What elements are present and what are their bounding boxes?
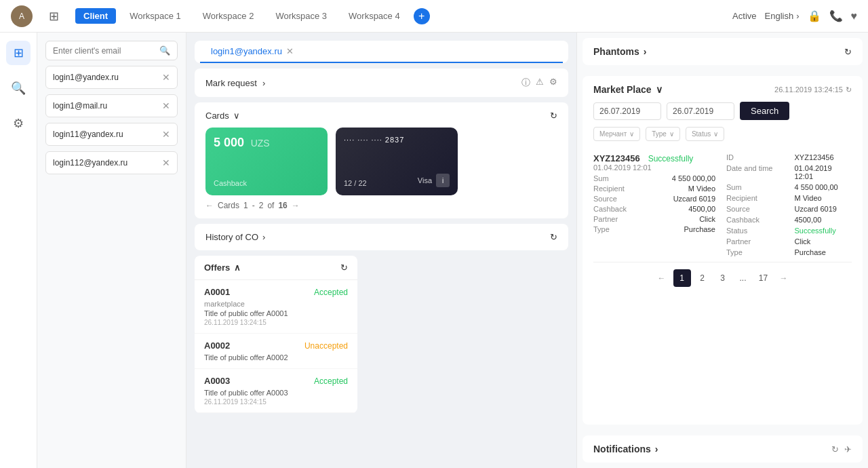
client-email: login1@mail.ru bbox=[53, 101, 107, 111]
phone-icon[interactable]: 📞 bbox=[829, 9, 843, 22]
refresh-icon[interactable]: ↻ bbox=[846, 85, 852, 94]
offer-source: marketplace bbox=[204, 300, 348, 308]
page-2-button[interactable]: 2 bbox=[694, 269, 711, 287]
lock-icon[interactable]: 🔒 bbox=[808, 9, 821, 22]
history-row: History of CO › ↻ bbox=[205, 232, 557, 242]
warning-icon[interactable]: ⚠ bbox=[536, 77, 544, 89]
detail-partner: Click bbox=[795, 237, 852, 246]
list-item[interactable]: login1@yandex.ru ✕ bbox=[45, 66, 178, 89]
date-from-input[interactable] bbox=[593, 102, 661, 120]
offer-date: 26.11.2019 13:24:15 bbox=[204, 398, 348, 406]
refresh-icon[interactable]: ↻ bbox=[550, 111, 557, 121]
offer-id: A0002 bbox=[204, 340, 230, 351]
sidebar-item-settings[interactable]: ⚙ bbox=[6, 111, 31, 136]
offer-item[interactable]: A0003 Accepted Title of public offer A00… bbox=[195, 369, 357, 413]
merchant-filter[interactable]: Мерчант ∨ bbox=[593, 127, 640, 141]
mark-request-button[interactable]: Mark request › bbox=[205, 78, 265, 88]
refresh-icon[interactable]: ↻ bbox=[844, 47, 852, 57]
close-icon[interactable]: ✕ bbox=[286, 46, 294, 56]
offer-item[interactable]: A0001 Accepted marketplace Title of publ… bbox=[195, 280, 357, 334]
chevron-down-icon: ∨ bbox=[233, 111, 240, 121]
refresh-icon[interactable]: ↻ bbox=[831, 444, 839, 454]
chevron-down-icon: ∨ bbox=[669, 130, 674, 138]
close-icon[interactable]: ✕ bbox=[162, 129, 170, 140]
card-visa[interactable]: ···· ···· ···· 2837 12 / 22 Visa i bbox=[336, 128, 458, 195]
phantoms-title[interactable]: Phantoms › bbox=[593, 46, 646, 57]
search-button[interactable]: Search bbox=[740, 102, 789, 120]
status-filter[interactable]: Status ∨ bbox=[686, 127, 724, 141]
language-selector[interactable]: English › bbox=[765, 11, 800, 21]
close-icon[interactable]: ✕ bbox=[162, 72, 170, 83]
send-icon[interactable]: ✈ bbox=[844, 444, 852, 454]
phantoms-header: Phantoms › ↻ bbox=[593, 46, 852, 57]
marketplace-date: 26.11.2019 13:24:15 ↻ bbox=[774, 85, 852, 94]
tab-workspace3[interactable]: Workspace 3 bbox=[267, 8, 335, 24]
sidebar-item-search[interactable]: 🔍 bbox=[6, 76, 31, 100]
content-area: login1@yandex.ru ✕ Mark request › ⓘ ⚠ ⚙ bbox=[186, 33, 868, 468]
offer-status: Unaccepted bbox=[304, 341, 348, 351]
info-icon[interactable]: ⓘ bbox=[521, 77, 530, 89]
refresh-icon[interactable]: ↻ bbox=[550, 232, 557, 242]
chevron-right-icon: › bbox=[655, 444, 658, 454]
card-label: Cashback bbox=[214, 179, 319, 187]
card-cashback[interactable]: 5 000 UZS Cashback bbox=[205, 128, 328, 195]
grid-icon[interactable]: ⊞ bbox=[49, 9, 59, 24]
add-tab-button[interactable]: + bbox=[414, 8, 430, 24]
close-icon[interactable]: ✕ bbox=[162, 157, 170, 168]
cards-label: Cards bbox=[205, 111, 229, 121]
transaction-recipient: M Video bbox=[688, 184, 715, 193]
notifications-section: Notifications › ↻ ✈ bbox=[583, 435, 863, 463]
transaction-type: Purchase bbox=[684, 225, 715, 233]
sidebar-item-dashboard[interactable]: ⊞ bbox=[6, 41, 31, 65]
gear-icon[interactable]: ⚙ bbox=[549, 77, 557, 89]
client-panel: 🔍 login1@yandex.ru ✕ login1@mail.ru ✕ lo… bbox=[37, 33, 186, 468]
history-title[interactable]: History of CO › bbox=[205, 232, 265, 242]
page-17-button[interactable]: 17 bbox=[755, 269, 772, 287]
history-section: History of CO › ↻ bbox=[195, 224, 568, 250]
detail-date: 01.04.2019 12:01 bbox=[795, 164, 852, 180]
search-icon: 🔍 bbox=[159, 45, 170, 56]
next-cards-button[interactable]: → bbox=[292, 201, 300, 210]
transaction-sum: 4 550 000,00 bbox=[672, 174, 715, 182]
tab-workspace2[interactable]: Workspace 2 bbox=[195, 8, 262, 24]
list-item[interactable]: login112@yandex.ru ✕ bbox=[45, 151, 178, 174]
notifications-title[interactable]: Notifications › bbox=[593, 444, 658, 454]
list-item[interactable]: login1@mail.ru ✕ bbox=[45, 94, 178, 117]
transaction-row[interactable]: XYZ123456 Successfully 01.04.2019 12:01 … bbox=[593, 148, 852, 262]
history-label: History of CO bbox=[205, 232, 258, 242]
close-icon[interactable]: ✕ bbox=[162, 100, 170, 111]
page-3-button[interactable]: 3 bbox=[714, 269, 732, 287]
topbar: A ⊞ Client Workspace 1 Workspace 2 Works… bbox=[0, 0, 868, 33]
prev-cards-button[interactable]: ← bbox=[205, 201, 214, 210]
workspace-tabs: Client Workspace 1 Workspace 2 Workspace… bbox=[75, 8, 430, 24]
card-currency: UZS bbox=[251, 138, 270, 149]
cards-title[interactable]: Cards ∨ bbox=[205, 111, 240, 121]
offer-item-header: A0002 Unaccepted bbox=[204, 340, 348, 351]
refresh-icon[interactable]: ↻ bbox=[340, 262, 348, 273]
chevron-down-icon: ∨ bbox=[629, 130, 634, 138]
card-number: ···· ···· ···· 2837 bbox=[344, 136, 450, 144]
search-input[interactable] bbox=[53, 46, 155, 56]
offer-item[interactable]: A0002 Unaccepted Title of public offer A… bbox=[195, 334, 357, 369]
offers-header: Offers ∧ ↻ bbox=[195, 256, 357, 280]
tab-workspace1[interactable]: Workspace 1 bbox=[121, 8, 189, 24]
cards-total: 16 bbox=[278, 201, 287, 210]
page-ellipsis: ... bbox=[734, 269, 752, 287]
page-1-button[interactable]: 1 bbox=[673, 269, 691, 287]
tab-workspace4[interactable]: Workspace 4 bbox=[340, 8, 408, 24]
offer-id: A0001 bbox=[204, 287, 230, 297]
offer-status: Accepted bbox=[314, 376, 348, 386]
chevron-right-icon: › bbox=[644, 46, 647, 57]
detail-source: Uzcard 6019 bbox=[795, 205, 852, 213]
prev-page-button[interactable]: ← bbox=[653, 269, 671, 287]
list-item[interactable]: login11@yandex.ru ✕ bbox=[45, 123, 178, 146]
date-to-input[interactable] bbox=[667, 102, 734, 120]
next-page-button[interactable]: → bbox=[775, 269, 793, 287]
tab-client[interactable]: Client bbox=[75, 8, 116, 24]
type-filter[interactable]: Type ∨ bbox=[646, 127, 680, 141]
avatar: A bbox=[11, 5, 33, 27]
marketplace-title[interactable]: Market Place ∨ bbox=[593, 84, 663, 95]
heart-icon[interactable]: ♥ bbox=[851, 10, 858, 22]
client-search-box[interactable]: 🔍 bbox=[45, 41, 178, 60]
active-client-tab[interactable]: login1@yandex.ru ✕ bbox=[200, 41, 563, 63]
